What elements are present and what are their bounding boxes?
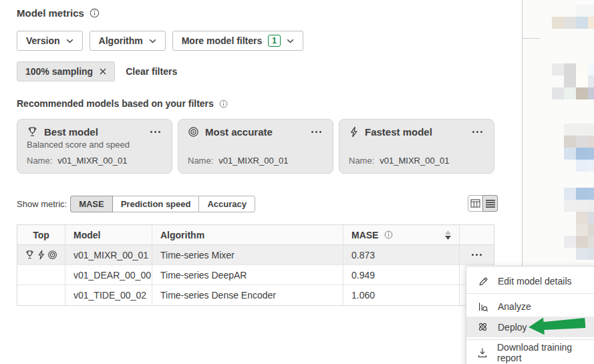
model-name-value: v01_MIXR_00_01	[57, 156, 127, 166]
chevron-down-icon	[149, 39, 156, 43]
name-label: Name:	[188, 156, 213, 166]
version-filter-button[interactable]: Version	[17, 31, 83, 51]
algorithm-cell: Time-series Dense Encoder	[152, 285, 343, 305]
more-model-filters-label: More model filters	[182, 35, 263, 46]
filter-count-badge: 1	[268, 35, 281, 47]
column-header-algorithm[interactable]: Algorithm	[152, 225, 343, 244]
mase-header-label: MASE	[351, 230, 378, 240]
panel-line-stub	[523, 38, 541, 39]
card-title: Most accurate	[205, 126, 303, 138]
name-label: Name:	[349, 156, 374, 166]
grid-view-icon[interactable]	[468, 195, 483, 212]
page-title: Model metrics	[17, 7, 84, 19]
menu-item-analyze[interactable]: Analyze	[466, 296, 594, 317]
mase-cell: 1.060	[343, 285, 460, 305]
recommended-heading: Recommended models based on your filters	[17, 98, 214, 109]
top-model-badges	[25, 250, 57, 260]
table-row[interactable]: v01_MIXR_00_01 Time-series Mixer 0.873	[17, 245, 494, 265]
model-cell: v01_DEAR_00_00	[65, 265, 152, 285]
models-table: Top Model Algorithm MASE	[17, 224, 494, 306]
algorithm-filter-button[interactable]: Algorithm	[90, 31, 166, 51]
menu-item-download-training-report[interactable]: Download training report	[466, 342, 594, 363]
active-filters-row: 100% sampling Clear filters	[17, 61, 177, 81]
more-options-button[interactable]	[309, 129, 323, 135]
deploy-icon	[477, 321, 488, 333]
trophy-icon	[27, 126, 38, 138]
table-header-row: Top Model Algorithm MASE	[17, 225, 494, 245]
table-row[interactable]: v01_TIDE_00_02 Time-series Dense Encoder…	[17, 285, 494, 305]
chevron-down-icon	[287, 39, 294, 43]
metric-option-accuracy[interactable]: Accuracy	[198, 196, 255, 212]
sampling-filter-chip[interactable]: 100% sampling	[17, 61, 115, 81]
menu-divider	[466, 293, 594, 294]
target-icon	[47, 250, 57, 260]
model-cell: v01_MIXR_00_01	[65, 245, 152, 264]
row-more-options-button[interactable]	[470, 252, 484, 258]
show-metric-label: Show metric:	[17, 199, 67, 209]
sampling-filter-chip-label: 100% sampling	[25, 66, 93, 77]
algorithm-cell: Time-series DeepAR	[152, 265, 343, 285]
close-icon[interactable]	[100, 68, 106, 75]
name-label: Name:	[27, 156, 52, 166]
view-toggle	[468, 195, 498, 212]
target-icon	[188, 126, 199, 138]
bolt-icon	[37, 250, 45, 260]
column-header-mase[interactable]: MASE	[343, 225, 460, 244]
column-header-actions	[460, 225, 494, 244]
chevron-down-icon	[66, 39, 73, 43]
recommended-cards: Best model Balanced score and speed Name…	[17, 119, 494, 174]
page-title-row: Model metrics	[17, 7, 100, 19]
more-options-button[interactable]	[148, 129, 162, 135]
info-icon[interactable]	[90, 8, 100, 18]
bolt-icon	[349, 126, 359, 138]
best-model-card[interactable]: Best model Balanced score and speed Name…	[17, 119, 172, 174]
recommended-heading-row: Recommended models based on your filters	[17, 98, 228, 109]
model-name-value: v01_MIXR_00_01	[218, 156, 288, 166]
annotation-arrow-icon	[528, 314, 587, 337]
menu-item-label: Analyze	[498, 301, 531, 312]
info-icon[interactable]	[219, 100, 228, 108]
metric-toggle-row: Show metric: MASE Prediction speed Accur…	[17, 196, 255, 212]
analyze-icon	[477, 301, 488, 312]
menu-item-label: Deploy	[498, 322, 527, 333]
algorithm-filter-label: Algorithm	[99, 35, 143, 46]
version-filter-label: Version	[26, 35, 60, 46]
trophy-icon	[25, 250, 35, 260]
model-name-value: v01_MIXR_00_01	[380, 156, 449, 166]
clear-filters-button[interactable]: Clear filters	[126, 66, 177, 77]
most-accurate-card[interactable]: Most accurate Name: v01_MIXR_00_01	[178, 119, 333, 174]
menu-divider	[466, 339, 594, 340]
more-options-button[interactable]	[470, 129, 484, 135]
column-header-top[interactable]: Top	[17, 225, 65, 244]
metric-option-prediction-speed[interactable]: Prediction speed	[112, 196, 200, 212]
card-subtitle: Balanced score and speed	[27, 140, 162, 150]
model-cell: v01_TIDE_00_02	[65, 285, 152, 305]
card-title: Best model	[44, 126, 142, 138]
table-row[interactable]: v01_DEAR_00_00 Time-series DeepAR 0.949	[17, 265, 494, 285]
column-header-model[interactable]: Model	[65, 225, 152, 244]
metric-segmented-control: MASE Prediction speed Accuracy	[70, 196, 255, 212]
sort-toggle[interactable]	[445, 230, 451, 240]
algorithm-cell: Time-series Mixer	[152, 245, 343, 264]
menu-item-edit-model-details[interactable]: Edit model details	[466, 270, 594, 291]
metric-option-mase[interactable]: MASE	[70, 196, 113, 212]
list-view-icon[interactable]	[482, 195, 498, 212]
card-title: Fastest model	[365, 126, 464, 138]
mase-cell: 0.949	[343, 265, 460, 285]
fastest-model-card[interactable]: Fastest model Name: v01_MIXR_00_01	[339, 119, 494, 174]
more-model-filters-button[interactable]: More model filters 1	[172, 31, 303, 51]
info-icon[interactable]	[384, 230, 393, 239]
mase-cell: 0.873	[343, 245, 460, 264]
download-icon	[477, 347, 488, 358]
pencil-icon	[477, 276, 488, 287]
filter-toolbar: Version Algorithm More model filters 1	[17, 31, 303, 51]
table-body: v01_MIXR_00_01 Time-series Mixer 0.873 v…	[17, 245, 494, 305]
menu-item-label: Download training report	[497, 342, 589, 363]
menu-item-label: Edit model details	[498, 276, 572, 287]
